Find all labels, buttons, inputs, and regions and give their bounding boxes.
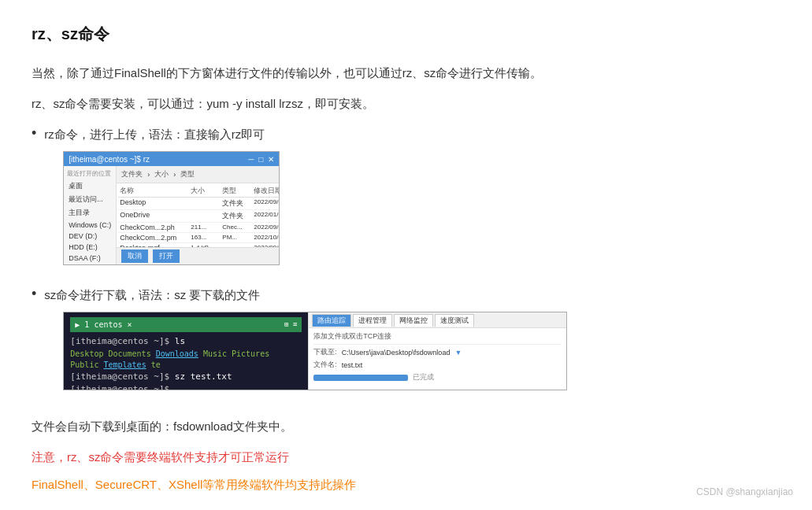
terminal-icon: ▶ — [75, 319, 80, 331]
file-name-1: Desktop — [120, 198, 191, 209]
col-size: 大小 — [191, 186, 222, 196]
toolbar-arrow: › — [147, 171, 150, 179]
file-row-4[interactable]: CheckCom...2.pm 163... PM... 2022/10/... — [118, 233, 280, 243]
bullet-item-1: • rz命令，进行上传，语法：直接输入rz即可 [itheima@centos … — [32, 124, 780, 276]
fs-status: 已完成 — [413, 372, 434, 382]
file-row-2[interactable]: OneDrive 文件夹 2022/01/... — [118, 210, 280, 223]
file-type-1: 文件夹 — [222, 198, 254, 209]
bullet-dot-1: • — [32, 125, 36, 142]
fs-path-row: 下载至: C:\Users\java\Desktop\fsdownload ▼ — [313, 347, 562, 357]
screenshot1-container: [itheima@centos ~]$ rz ─ □ ✕ 最近打开的位置 桌面 … — [63, 151, 280, 265]
win-close[interactable]: ✕ — [268, 155, 274, 164]
fs-add-row: 添加文件或双击TCP连接 — [313, 331, 562, 342]
file-date-4: 2022/10/... — [254, 234, 280, 242]
sidebar-e[interactable]: HDD (E:) — [67, 242, 113, 253]
sidebar-d[interactable]: DEV (D:) — [67, 231, 113, 242]
win-body: 最近打开的位置 桌面 最近访问... 主目录 Windows (C:) DEV … — [64, 166, 279, 264]
cmd-2: sz test.txt — [175, 371, 232, 382]
file-date-3: 2022/09/... — [254, 224, 280, 231]
cmd-1: ls — [175, 336, 185, 346]
terminal-grid-icon: ⊞ ≡ — [284, 320, 297, 331]
file-name-3: CheckCom...2.ph — [120, 224, 191, 231]
paragraph-2: rz、sz命令需要安装，可以通过：yum -y install lrzsz，即可… — [32, 93, 780, 114]
terminal-line-4: [itheima@centos ~]$ — [70, 383, 302, 390]
file-type-2: 文件夹 — [222, 211, 254, 221]
file-type-3: Chec... — [222, 224, 254, 231]
file-row-3[interactable]: CheckCom...2.ph 211... Chec... 2022/09/.… — [118, 223, 280, 233]
col-date: 修改日期 — [254, 186, 280, 196]
open-btn[interactable]: 打开 — [153, 249, 180, 263]
sidebar-recent[interactable]: 最近访问... — [67, 193, 113, 206]
fs-tab-speed[interactable]: 速度测试 — [435, 314, 474, 327]
note-1: 注意，rz、sz命令需要终端软件支持才可正常运行 — [32, 446, 780, 468]
screenshot-sz: ▶ 1 centos × ⊞ ≡ [itheima@centos ~]$ ls … — [63, 312, 567, 390]
fs-browse-btn[interactable]: ▼ — [454, 349, 462, 357]
bullet-text-1: rz命令，进行上传，语法：直接输入rz即可 — [44, 128, 265, 141]
paragraph-1: 当然，除了通过FinalShell的下方窗体进行文件的传输以外，也可以通过rz、… — [32, 62, 780, 83]
fs-progress-fill — [313, 375, 408, 381]
ls-templates: Templates — [103, 360, 146, 369]
fs-tab-process[interactable]: 进程管理 — [353, 314, 392, 327]
file-date-1: 2022/09/... — [254, 198, 280, 209]
win-maximize[interactable]: □ — [258, 155, 263, 164]
fs-tab-network[interactable]: 网络监控 — [394, 314, 433, 327]
bullet-dot-2: • — [32, 286, 36, 302]
file-date-2: 2022/01/... — [254, 211, 280, 221]
ls-te: te — [146, 360, 161, 369]
watermark: CSDN @shangxianjiao — [696, 486, 793, 497]
fs-path-value: C:\Users\java\Desktop\fsdownload — [342, 349, 450, 357]
terminal-line-2: Desktop Documents Downloads Music Pictur… — [70, 349, 302, 371]
filelist-header: 名称 大小 类型 修改日期 — [118, 185, 280, 198]
fs-progress-row: 已完成 — [313, 372, 562, 382]
toolbar-type: 类型 — [180, 169, 195, 179]
prompt-1: [itheima@centos ~]$ — [70, 336, 174, 346]
sidebar-desktop[interactable]: 桌面 — [67, 179, 113, 193]
terminal-title: 1 centos × — [84, 319, 132, 331]
fs-file-row: 文件名: test.txt — [313, 360, 562, 370]
file-size-1 — [191, 198, 222, 209]
win-filelist: 名称 大小 类型 修改日期 Desktop 文件夹 2022/09/... — [117, 183, 280, 247]
file-type-4: PM... — [222, 234, 254, 242]
win-main: 文件夹 › 大小 › 类型 名称 大小 类型 — [117, 166, 280, 264]
fs-add-label: 添加文件或双击TCP连接 — [313, 331, 391, 342]
file-size-2 — [191, 211, 222, 221]
fs-filename: test.txt — [342, 361, 363, 369]
note-2: FinalShell、SecureCRT、XShell等常用终端软件均支持此操作 — [32, 474, 780, 495]
sidebar-header: 最近打开的位置 — [67, 169, 113, 178]
ls-output: Desktop Documents — [70, 349, 155, 358]
paragraph-3: 文件会自动下载到桌面的：fsdownload文件夹中。 — [32, 416, 780, 437]
cancel-btn[interactable]: 取消 — [121, 249, 148, 263]
terminal-panel: ▶ 1 centos × ⊞ ≡ [itheima@centos ~]$ ls … — [64, 312, 308, 390]
bullet-section: • rz命令，进行上传，语法：直接输入rz即可 [itheima@centos … — [32, 124, 780, 401]
toolbar-path: 文件夹 — [121, 169, 143, 179]
screenshot-rz: [itheima@centos ~]$ rz ─ □ ✕ 最近打开的位置 桌面 … — [63, 151, 280, 265]
terminal-line-1: [itheima@centos ~]$ ls — [70, 335, 302, 349]
sidebar-f[interactable]: DSAA (F:) — [67, 253, 113, 264]
file-name-4: CheckCom...2.pm — [120, 234, 191, 242]
file-row-1[interactable]: Desktop 文件夹 2022/09/... — [118, 198, 280, 210]
sidebar-home[interactable]: 主目录 — [67, 206, 113, 220]
fs-tabs: 路由追踪 进程管理 网络监控 速度测试 — [309, 312, 566, 328]
terminal-titlebar: ▶ 1 centos × ⊞ ≡ — [70, 317, 302, 332]
finalshell-panel: 路由追踪 进程管理 网络监控 速度测试 添加文件或双击TCP连接 下载至: — [308, 312, 566, 390]
win-minimize[interactable]: ─ — [248, 155, 254, 164]
toolbar-size: 大小 — [154, 169, 169, 179]
bullet-item-2: • sz命令进行下载，语法：sz 要下载的文件 ▶ 1 centos × ⊞ ≡ — [32, 284, 780, 401]
bullet-text-2: sz命令进行下载，语法：sz 要下载的文件 — [44, 288, 260, 301]
fs-tab-route[interactable]: 路由追踪 — [312, 314, 351, 327]
toolbar-arrow2: › — [173, 171, 176, 179]
col-name: 名称 — [120, 186, 191, 196]
win-footer: 取消 打开 — [117, 247, 280, 264]
screenshot2-container: ▶ 1 centos × ⊞ ≡ [itheima@centos ~]$ ls … — [63, 312, 567, 390]
file-name-2: OneDrive — [120, 211, 191, 221]
prompt-3: [itheima@centos ~]$ — [70, 384, 169, 390]
page-title: rz、sz命令 — [32, 24, 780, 45]
fs-body: 添加文件或双击TCP连接 下载至: C:\Users\java\Desktop\… — [309, 328, 566, 390]
col-type: 类型 — [222, 186, 254, 196]
terminal-line-3: [itheima@centos ~]$ sz test.txt — [70, 371, 302, 384]
sidebar-c[interactable]: Windows (C:) — [67, 220, 113, 231]
win-btns: ─ □ ✕ — [248, 155, 274, 164]
sidebar-g[interactable]: DVMB (G:) — [67, 264, 113, 265]
fs-progress-bar — [313, 375, 408, 381]
file-size-3: 211... — [191, 224, 222, 231]
